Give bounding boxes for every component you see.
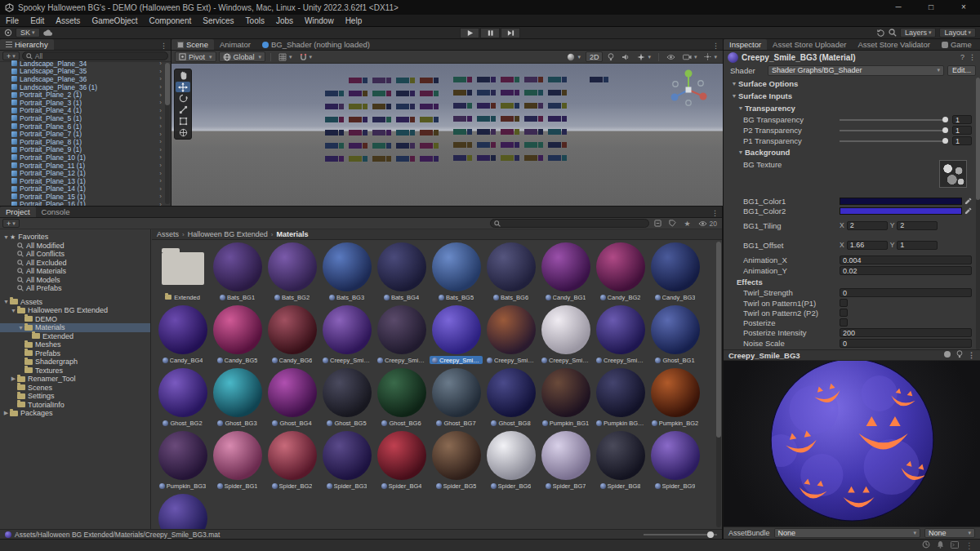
eyedropper-icon[interactable] [964,207,972,215]
scene-plane-pair[interactable] [325,156,344,162]
effects-button[interactable]: ▾ [635,51,653,62]
scene-plane-pair[interactable] [477,103,496,109]
menu-help[interactable]: Help [340,16,368,25]
number-field[interactable]: 0.004 [840,256,972,264]
project-menu-icon[interactable]: ⋮ [708,209,722,217]
status-kebab-icon[interactable]: ⋮ [965,541,973,550]
prefab-arrow-icon[interactable]: › [159,60,162,67]
tree-item-demo[interactable]: DEMO [0,315,150,324]
scene-plane-pair[interactable] [349,156,368,162]
scene-plane-pair[interactable] [477,116,496,122]
gizmos-button[interactable]: ▾ [702,51,719,62]
scene-plane-pair[interactable] [501,90,519,96]
view-hand-tool[interactable] [176,70,190,81]
tool-handle-rotation-button[interactable]: Global▾ [219,51,266,62]
scene-plane-pair[interactable] [420,78,439,83]
foldout-arrow[interactable]: ▶ [10,375,17,382]
asset-item[interactable]: Ghost_BG4 [265,368,319,431]
scene-plane-pair[interactable] [349,143,368,149]
tree-item-all-conflicts[interactable]: All Conflicts [0,250,150,259]
scene-plane-pair[interactable] [477,90,496,96]
scene-plane-pair[interactable] [548,116,567,122]
foldout-arrow[interactable]: ▼ [2,234,10,240]
menu-component[interactable]: Component [144,16,198,25]
asset-item[interactable]: Bats_BG4 [374,242,429,305]
tree-item-packages[interactable]: ▶Packages [0,409,150,418]
hierarchy-item[interactable]: Portrait_Plane_11 (1)› [0,162,164,170]
asset-item[interactable]: Spider_BG6 [483,431,538,494]
checkbox[interactable] [840,318,848,327]
hierarchy-item[interactable]: Portrait_Plane_15 (1)› [0,193,164,201]
checkbox[interactable] [840,309,848,317]
scene-orientation-gizmo[interactable] [666,67,711,114]
step-button[interactable] [501,28,520,38]
hierarchy-item[interactable]: Portrait_Plane_4 (1)› [0,107,164,115]
scene-plane-pair[interactable] [453,90,472,96]
scene-menu-icon[interactable]: ⋮ [709,42,723,50]
save-search-star-icon[interactable]: ★ [681,218,693,229]
asset-item[interactable]: Bats_BG5 [429,242,483,305]
foldout-arrow[interactable]: ▶ [2,410,10,416]
property-slider[interactable] [840,119,948,121]
layout-button[interactable]: Layout▾ [939,28,976,38]
scene-plane-pair[interactable] [524,103,543,109]
close-button[interactable]: × [947,0,980,15]
scene-plane-pair[interactable] [420,130,439,136]
asset-item[interactable]: Spider_BG8 [593,431,648,494]
maximize-button[interactable]: □ [915,0,947,15]
scene-viewport[interactable] [172,64,723,206]
inspector-tab-game[interactable]: Game [936,39,978,50]
project-tab-console[interactable]: Console [36,207,76,217]
asset-item[interactable]: Candy_BG1 [538,242,593,305]
asset-item[interactable] [155,494,210,529]
inspector-tab-asset-store-uploader[interactable]: Asset Store Uploader [767,39,852,50]
asset-item[interactable]: Ghost_BG7 [429,368,483,431]
move-tool[interactable] [176,82,190,92]
asset-item[interactable]: Ghost_BG1 [648,305,702,368]
scene-plane-pair[interactable] [325,91,344,96]
menu-window[interactable]: Window [299,16,340,25]
rotate-tool[interactable] [176,93,190,104]
tree-item-shadergraph[interactable]: Shadergraph [0,358,150,367]
prefab-arrow-icon[interactable]: › [159,162,162,169]
asset-item[interactable]: Ghost_BG6 [374,368,429,431]
grid-visibility-button[interactable]: ▾ [276,51,295,62]
scene-plane-pair[interactable] [524,155,543,161]
scene-plane-pair[interactable] [453,129,472,135]
inspector-kebab-icon[interactable]: ⋮ [969,53,976,61]
foldout-arrow[interactable]: ▼ [737,105,745,111]
eyedropper-icon[interactable] [964,198,972,205]
scene-plane-pair[interactable] [325,143,344,149]
tree-item-assets[interactable]: ▼Assets [0,298,150,307]
scene-plane-pair[interactable] [349,117,368,122]
scene-plane-pair[interactable] [453,103,472,109]
account-button[interactable]: SK▾ [16,28,40,38]
scene-plane-pair[interactable] [477,129,496,135]
tree-item-extended[interactable]: Extended [0,332,150,341]
asset-item[interactable]: Spider_BG9 [648,431,702,494]
y-value-field[interactable]: 2 [897,221,938,230]
asset-item[interactable]: Ghost_BG5 [319,368,374,431]
prefab-arrow-icon[interactable]: › [159,114,162,122]
prefab-arrow-icon[interactable]: › [159,99,162,106]
property-slider[interactable] [840,140,948,142]
scene-plane-pair[interactable] [325,117,344,122]
inspector-scrollbar[interactable] [976,78,980,349]
asset-item[interactable]: Pumpkin BG1 1 [593,368,648,431]
asset-item[interactable]: Ghost_BG8 [483,368,538,431]
asset-item[interactable]: Ghost_BG2 [155,368,210,431]
scene-plane-pair[interactable] [420,104,439,109]
notifications-bell-icon[interactable] [937,540,944,550]
scene-plane-pair[interactable] [372,156,391,162]
prefab-arrow-icon[interactable]: › [159,68,162,75]
scene-plane-pair[interactable] [453,116,472,122]
tree-item-materials[interactable]: ▼Materials [0,323,150,332]
prefab-arrow-icon[interactable]: › [159,177,162,184]
prefab-arrow-icon[interactable]: › [159,75,162,82]
foldout-arrow[interactable]: ▼ [17,325,24,331]
menu-gameobject[interactable]: GameObject [86,16,143,25]
asset-item[interactable]: Candy_BG2 [593,242,648,305]
asset-item-folder[interactable]: Extended [155,242,210,305]
asset-item[interactable]: Creepy_Smile_BG5 [538,305,593,368]
color-swatch[interactable] [840,198,962,205]
